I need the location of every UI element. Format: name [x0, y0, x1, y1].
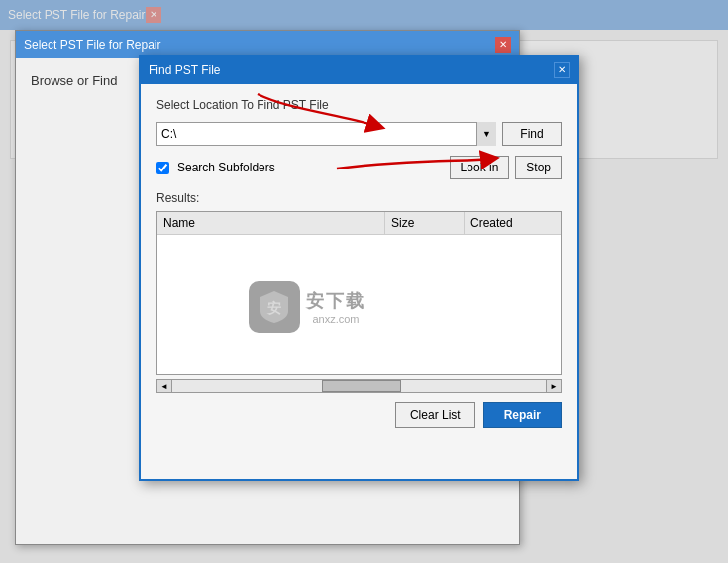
outer-modal-title: Select PST File for Repair: [24, 38, 161, 52]
stop-button[interactable]: Stop: [515, 156, 562, 179]
scroll-left-btn[interactable]: ◄: [156, 379, 172, 393]
results-body: [157, 235, 561, 374]
col-created-header: Created: [465, 212, 561, 234]
scroll-right-btn[interactable]: ►: [546, 379, 562, 393]
search-subfolders-checkbox[interactable]: [156, 162, 169, 174]
results-table: Name Size Created: [156, 211, 562, 375]
location-label: Select Location To Find PST File: [156, 98, 562, 112]
results-table-header: Name Size Created: [157, 212, 561, 235]
look-in-button[interactable]: Look in: [450, 156, 510, 179]
repair-button[interactable]: Repair: [483, 402, 562, 428]
find-button[interactable]: Find: [502, 122, 562, 146]
results-label: Results:: [156, 191, 562, 205]
location-dropdown-wrapper[interactable]: C:\ D:\ E:\ ▼: [156, 122, 496, 146]
bottom-buttons: Clear List Repair: [156, 402, 562, 428]
col-size-header: Size: [385, 212, 465, 234]
clear-list-button[interactable]: Clear List: [395, 402, 475, 428]
location-row: C:\ D:\ E:\ ▼ Find: [156, 122, 562, 146]
scroll-thumb[interactable]: [322, 380, 401, 392]
inner-titlebar: Find PST File ✕: [141, 56, 577, 84]
scroll-track[interactable]: [172, 379, 546, 393]
checkbox-row: Search Subfolders Look in Stop: [156, 156, 562, 179]
lookin-stop-group: Look in Stop: [450, 156, 562, 179]
col-name-header: Name: [157, 212, 385, 234]
inner-modal: Find PST File ✕ Select Location To Find …: [139, 55, 579, 481]
search-subfolders-label: Search Subfolders: [177, 161, 275, 174]
outer-titlebar-buttons: ✕: [495, 37, 511, 53]
inner-modal-title: Find PST File: [149, 63, 220, 77]
outer-close-btn[interactable]: ✕: [495, 37, 511, 53]
location-dropdown[interactable]: C:\ D:\ E:\: [156, 122, 496, 146]
inner-close-btn[interactable]: ✕: [554, 62, 570, 78]
inner-modal-body: Select Location To Find PST File C:\ D:\…: [141, 84, 577, 442]
horizontal-scrollbar[interactable]: ◄ ►: [156, 379, 562, 393]
